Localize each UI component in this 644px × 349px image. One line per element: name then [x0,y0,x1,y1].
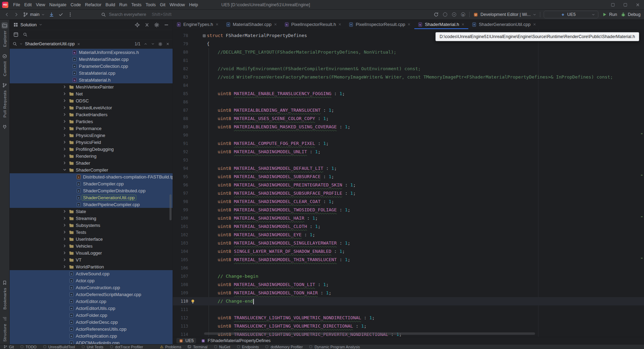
run-button[interactable]: Run [602,12,617,17]
chevron-right-icon[interactable] [62,244,67,248]
tree-search-field[interactable]: ShaderGenerationUtil.cpp 1/1 [10,39,173,49]
code-line-94[interactable]: 94 uint8 MATERIAL_SHADINGMODEL_DEFAULT_L… [173,164,644,173]
gear-icon[interactable] [154,22,159,28]
tool-button-terminal[interactable]: Terminal [187,345,208,349]
menu-window[interactable]: Window [167,0,187,9]
tab-close-icon[interactable] [461,22,465,26]
plugin-icon[interactable] [451,12,457,17]
code-line-99[interactable]: 99 uint8 MATERIAL_SHADINGMODEL_TWOSIDED_… [173,206,644,214]
tree-item[interactable]: +ADPCMAudioInfo.cpp [10,339,173,344]
code-line-109[interactable]: 109 uint8 MATERIAL_SHADINGMODEL_TOON_HAI… [173,289,644,297]
chevron-down-icon[interactable] [39,23,43,27]
view-options-icon[interactable] [13,32,19,37]
code-line-95[interactable]: 95 uint8 MATERIAL_SHADINGMODEL_SUBSURFAC… [173,173,644,181]
code-line-104[interactable]: 104 uint8 SINGLE_LAYER_WATER_DF_SHADOW_E… [173,247,644,256]
chevron-down-icon[interactable] [62,167,67,172]
chevron-right-icon[interactable] [62,133,67,138]
tree-item[interactable]: +ActorReferencesUtils.cpp [10,325,173,332]
chevron-down-icon[interactable] [19,42,23,46]
tree-item[interactable]: +ActorDeferredScriptManager.cpp [10,291,173,298]
code-line-83[interactable]: 83 //void WriteFrozenVertexFactoryParame… [173,73,644,81]
code-line-84[interactable]: 84 [173,81,644,90]
menu-refactor[interactable]: Refactor [83,0,103,9]
tree-item[interactable]: Particles [10,118,173,125]
commit-icon[interactable] [58,12,64,17]
chevron-right-icon[interactable] [62,119,67,124]
intention-bulb-icon[interactable] [190,299,195,304]
code-line-102[interactable]: 102 uint8 MATERIAL_SHADINGMODEL_EYE : 1; [173,231,644,239]
tool-button-explorer[interactable]: Explorer [1,22,8,47]
editor-tab-pixelinspectorresult-cpp[interactable]: +PixelInspectorResult.cpp [345,20,414,29]
chevron-right-icon[interactable] [62,154,67,158]
search-icon[interactable] [23,32,28,37]
code-line-107[interactable]: 107 // Change-begin [173,272,644,281]
tree-item[interactable]: +Actor.cpp [10,277,173,284]
chevron-right-icon[interactable] [62,84,67,89]
chevron-right-icon[interactable] [62,105,67,110]
panel-title[interactable]: Solution [20,22,37,27]
tree-item[interactable]: +ActorEditorUtils.cpp [10,305,173,312]
fold-marker-icon[interactable] [203,34,206,37]
code-line-103[interactable]: 103 uint8 MATERIAL_SHADINGMODEL_SINGLELA… [173,239,644,247]
code-line-111[interactable]: 111 [173,305,644,314]
tool-button-dottrace-profiler[interactable]: dotTrace Profiler [110,345,143,349]
search-options-icon[interactable] [158,42,163,46]
tool-button-git[interactable]: Git [3,345,14,349]
menu-code[interactable]: Code [68,0,83,9]
tree-item[interactable]: +ActorFolder.cpp [10,312,173,319]
tree-item[interactable]: VisualLogger [10,249,173,256]
tool-button-structure[interactable]: Structure [1,315,8,342]
code-line-108[interactable]: 108 uint8 MATERIAL_SHADINGMODEL_TOON_LIT… [173,281,644,289]
tree-item[interactable]: hMaterialUniformExpressions.h [10,49,173,56]
tree-item[interactable]: hStrataMaterial.h [10,76,173,83]
code-line-91[interactable]: 91 uint8 MATERIAL_COMPUTE_FOG_PER_PIXEL … [173,139,644,148]
editor-tab-enginetypes-h[interactable]: hEngineTypes.h [173,20,222,29]
chevron-right-icon[interactable] [62,223,67,228]
menu-git[interactable]: Git [158,0,167,9]
chevron-right-icon[interactable] [62,230,67,235]
tree-item[interactable]: +MeshMaterialShader.cpp [10,56,173,63]
code-line-110[interactable]: 110 // Change-end [173,297,644,305]
hide-panel-icon[interactable] [164,22,169,28]
code-line-97[interactable]: 97 uint8 MATERIAL_SHADINGMODEL_SUBSURFAC… [173,189,644,198]
code-line-87[interactable]: 87 uint8 MATERIALBLENDING_ANY_TRANSLUCEN… [173,106,644,114]
editor-tab-materialshader-cpp[interactable]: +MaterialShader.cpp [222,20,281,29]
search-everywhere[interactable]: Search everywhere Shift+Shift [101,10,172,19]
horizontal-scrollbar[interactable] [204,332,535,335]
tree-item[interactable]: Subsystems [10,222,173,229]
tree-item[interactable]: PacketHandlers [10,111,173,118]
next-match-icon[interactable] [151,42,155,46]
back-icon[interactable] [4,12,10,17]
tree-item[interactable]: tDistributed-shaders-compilation-FASTBui… [10,173,173,180]
editor-tab-pixelinspectorresult-h[interactable]: hPixelInspectorResult.h [281,20,345,29]
tree-item[interactable]: +ParameterCollection.cpp [10,63,173,70]
target-select[interactable]: UE5 [544,11,598,18]
tree-item[interactable]: Streaming [10,215,173,222]
editor-tab-shadergenerationutil-cpp[interactable]: +ShaderGenerationUtil.cpp [468,20,540,29]
menu-tests[interactable]: Tests [129,0,144,9]
tree-item[interactable]: WorldPartition [10,263,173,270]
search-query[interactable]: ShaderGenerationUtil.cpp [25,42,75,46]
previous-match-icon[interactable] [144,42,148,46]
minimize-button[interactable] [607,0,619,9]
tree-item[interactable]: Rendering [10,153,173,159]
tree-item[interactable]: ProfilingDebugging [10,146,173,153]
tab-close-icon[interactable] [533,22,536,26]
code-line-88[interactable]: 88 uint8 MATERIAL_USES_SCENE_COLOR_COPY … [173,114,644,123]
tree-item[interactable]: Shader [10,159,173,166]
collapse-all-icon[interactable] [144,22,150,28]
code-line-93[interactable]: 93 [173,156,644,164]
tree-item[interactable]: Vehicles [10,242,173,249]
chevron-right-icon[interactable] [62,98,67,103]
debug-button[interactable]: Debug [620,12,641,17]
tool-button-dynamic-program-analysis[interactable]: Dynamic Program Analysis [309,345,360,349]
forward-icon[interactable] [13,12,19,17]
chevron-right-icon[interactable] [62,264,67,269]
code-line-90[interactable]: 90 [173,131,644,139]
tree-item[interactable]: +ShaderCompilerDistributed.cpp [10,187,173,194]
locate-file-icon[interactable] [135,22,140,28]
tree-item[interactable]: PhysicsField [10,139,173,146]
unreal-link-icon[interactable]: u [460,12,466,17]
maximize-button[interactable] [619,0,632,9]
code-line-86[interactable]: 86 [173,98,644,106]
